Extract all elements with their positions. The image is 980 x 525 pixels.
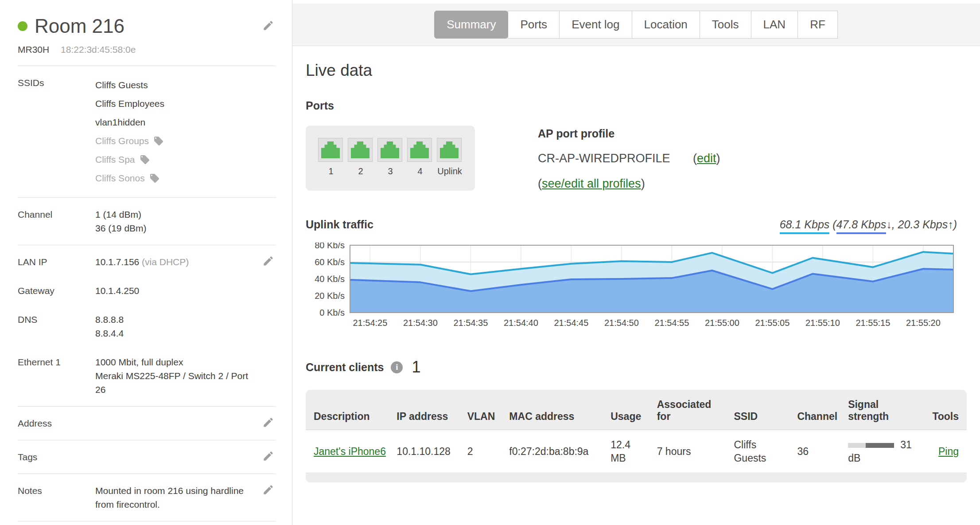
tab-bar: SummaryPortsEvent logLocationToolsLANRF xyxy=(435,11,838,39)
punct: ) xyxy=(641,177,645,190)
port-uplink[interactable]: Uplink xyxy=(437,138,463,176)
client-cell-mac: f0:27:2d:ba:8b:9a xyxy=(504,430,605,473)
client-description-link[interactable]: Janet's iPhone6 xyxy=(314,446,386,457)
port-3[interactable]: 3 xyxy=(377,138,403,176)
uplink-total-throughput[interactable]: 68.1 Kbps xyxy=(780,218,830,234)
uplink-traffic-heading: Uplink traffic xyxy=(306,218,373,231)
signal-strength-bar xyxy=(848,443,894,448)
ssid-name: Cliffs Sonos xyxy=(95,169,145,188)
ports-panel: 1234Uplink xyxy=(306,125,475,191)
chart-y-tick-label: 20 Kb/s xyxy=(315,291,345,301)
pencil-icon xyxy=(262,20,274,31)
device-name: Room 216 xyxy=(35,15,124,37)
tab-tools[interactable]: Tools xyxy=(700,11,751,39)
chart-y-tick-label: 0 Kb/s xyxy=(319,308,345,317)
ethernet-port-icon xyxy=(348,138,373,162)
tab-event-log[interactable]: Event log xyxy=(559,11,632,39)
uplink-throughput-stats: 68.1 Kbps (47.8 Kbps↓, 20.3 Kbps↑) xyxy=(780,218,957,231)
chart-x-tick-label: 21:55:10 xyxy=(805,318,840,328)
col-header-ip-address[interactable]: IP address xyxy=(391,390,462,430)
lan-ip-value: 10.1.7.156 (via DHCP) xyxy=(95,255,251,269)
ssid-name: Cliffs Groups xyxy=(95,132,149,150)
edit-notes-pencil-icon[interactable] xyxy=(262,484,274,511)
port-label: Uplink xyxy=(437,166,463,176)
port-connector-shape xyxy=(410,141,429,158)
col-header-signal-strength[interactable]: Signal strength xyxy=(843,390,927,430)
client-cell-usage: 12.4 MB xyxy=(605,430,651,473)
ssid-item: Cliffs Spa xyxy=(95,150,251,169)
online-status-dot xyxy=(18,21,27,31)
col-header-usage[interactable]: Usage xyxy=(605,390,651,430)
client-cell-signal: 31 dB xyxy=(843,430,927,473)
tags-label: Tags xyxy=(18,450,95,464)
ethernet-port-icon xyxy=(407,138,432,162)
client-row: Janet's iPhone610.1.10.1282f0:27:2d:ba:8… xyxy=(306,430,967,473)
tab-summary[interactable]: Summary xyxy=(434,11,508,39)
ssid-name: Cliffs Guests xyxy=(95,76,148,94)
col-header-tools[interactable]: Tools xyxy=(927,390,967,430)
client-cell-associated: 7 hours xyxy=(652,430,729,473)
notes-label: Notes xyxy=(18,484,95,511)
info-icon[interactable]: i xyxy=(391,361,403,373)
tab-location[interactable]: Location xyxy=(632,11,700,39)
col-header-channel[interactable]: Channel xyxy=(792,390,843,430)
ssids-section: SSIDs Cliffs GuestsCliffs Employeesvlan1… xyxy=(18,66,292,197)
client-cell-vlan: 2 xyxy=(462,430,504,473)
client-count: 1 xyxy=(412,358,420,376)
see-edit-all-profiles-link[interactable]: see/edit all profiles xyxy=(542,177,641,190)
gateway-label: Gateway xyxy=(18,284,95,298)
ethernet-label: Ethernet 1 xyxy=(18,355,95,396)
lan-ip: 10.1.7.156 xyxy=(95,257,139,267)
ethernet-port-icon xyxy=(437,138,462,162)
port-1[interactable]: 1 xyxy=(318,138,344,176)
uplink-traffic-chart: 0 Kb/s20 Kb/s40 Kb/s60 Kb/s80 Kb/s21:54:… xyxy=(306,243,957,331)
edit-profile-link[interactable]: edit xyxy=(697,152,716,165)
client-cell-channel: 36 xyxy=(792,430,843,473)
port-label: 4 xyxy=(407,166,433,176)
channel-label: Channel xyxy=(18,208,95,235)
tab-lan[interactable]: LAN xyxy=(751,11,798,39)
clients-header-row: DescriptionIP addressVLANMAC addressUsag… xyxy=(306,390,967,430)
col-header-mac-address[interactable]: MAC address xyxy=(504,390,605,430)
ping-link[interactable]: Ping xyxy=(938,446,959,457)
col-header-description[interactable]: Description xyxy=(306,390,391,430)
tags-section: Tags xyxy=(18,440,292,474)
dns-row: DNS 8.8.8.8 8.8.4.4 xyxy=(18,313,292,340)
col-header-ssid[interactable]: SSID xyxy=(728,390,792,430)
client-cell-description: Janet's iPhone6 xyxy=(306,430,391,473)
ssid-name: vlan1hidden xyxy=(95,113,145,132)
lan-ip-row: LAN IP 10.1.7.156 (via DHCP) xyxy=(18,255,292,269)
chart-x-tick-label: 21:54:25 xyxy=(353,318,387,328)
chart-x-tick-label: 21:55:05 xyxy=(755,318,789,328)
dns-value: 8.8.4.4 xyxy=(95,326,251,340)
chart-y-tick-label: 60 Kb/s xyxy=(315,257,345,267)
pencil-icon xyxy=(262,484,274,496)
device-sidebar: Room 216 MR30H 18:22:3d:45:58:0e SSIDs C… xyxy=(0,0,292,525)
port-2[interactable]: 2 xyxy=(348,138,373,176)
client-cell-ip: 10.1.10.128 xyxy=(391,430,462,473)
port-panel-row: 1234Uplink xyxy=(318,138,463,176)
chart-x-tick-label: 21:54:35 xyxy=(453,318,488,328)
chart-x-tick-label: 21:54:40 xyxy=(504,318,538,328)
edit-device-name-pencil-icon[interactable] xyxy=(262,20,274,33)
uplink-download-throughput[interactable]: 47.8 Kbps xyxy=(836,218,887,234)
device-mac-address: 18:22:3d:45:58:0e xyxy=(61,44,136,55)
channel-value: 36 (19 dBm) xyxy=(95,221,251,235)
edit-address-pencil-icon[interactable] xyxy=(262,416,274,430)
col-header-vlan[interactable]: VLAN xyxy=(462,390,504,430)
channel-section: Channel 1 (14 dBm) 36 (19 dBm) xyxy=(18,198,292,245)
port-4[interactable]: 4 xyxy=(407,138,433,176)
pencil-icon xyxy=(262,450,274,462)
tab-rf[interactable]: RF xyxy=(797,11,838,39)
dns-value: 8.8.8.8 xyxy=(95,313,251,326)
gateway-value: 10.1.4.250 xyxy=(95,284,251,298)
tab-ports[interactable]: Ports xyxy=(508,11,560,39)
tag-icon xyxy=(149,173,160,184)
tags-value xyxy=(95,450,251,464)
col-header-associated-for[interactable]: Associated for xyxy=(652,390,729,430)
edit-tags-pencil-icon[interactable] xyxy=(262,450,274,464)
address-section: Address xyxy=(18,407,292,440)
ssid-name: Cliffs Spa xyxy=(95,150,135,169)
ethernet-port-icon xyxy=(377,138,402,162)
edit-lan-ip-pencil-icon[interactable] xyxy=(262,255,274,269)
